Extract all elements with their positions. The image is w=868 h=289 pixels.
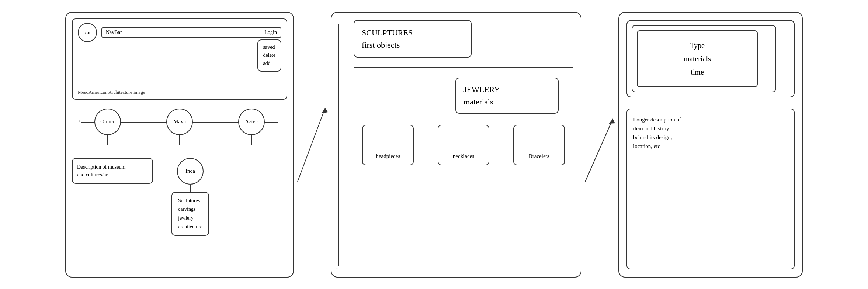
panel-3: Type materials time Longer description o… (618, 12, 803, 278)
navbar-area: icon NavBar Login saved delete add MesoA… (72, 18, 287, 100)
section-divider (354, 67, 573, 68)
sculptures-box: SCULPTURES first objects (354, 20, 472, 58)
subcategory-row: headpieces necklaces Bracelets (354, 125, 573, 165)
panel2-content: SCULPTURES first objects JEWLERY materia… (354, 20, 573, 269)
culture-maya: Maya (166, 109, 193, 145)
vertical-scroll-arrow (338, 24, 339, 266)
inca-group: Inca Sculptures carvings jewlery archite… (171, 158, 209, 236)
arrow-2-svg (581, 89, 618, 200)
panel-1: icon NavBar Login saved delete add MesoA… (65, 12, 294, 278)
culture-aztec: Aztec (238, 109, 265, 145)
svg-line-0 (298, 108, 325, 182)
panel-2: SCULPTURES first objects JEWLERY materia… (331, 12, 581, 278)
arrow-2-container (581, 12, 618, 278)
svg-marker-3 (609, 119, 615, 124)
bottom-row: Description of museum and cultures/art I… (72, 158, 287, 236)
saved-box: saved delete add (257, 39, 281, 72)
svg-line-2 (585, 119, 613, 182)
art-types-box: Sculptures carvings jewlery architecture (171, 192, 209, 236)
arrow-1-svg (294, 89, 331, 200)
app-icon: icon (78, 23, 97, 42)
subcat-bracelets[interactable]: Bracelets (513, 125, 565, 165)
navbar-bar[interactable]: NavBar Login (101, 27, 281, 38)
culture-olmec: Olmec (94, 109, 121, 145)
description-box: Description of museum and cultures/art (72, 158, 153, 184)
jewelry-box: JEWLERY materials (455, 78, 559, 114)
image-label: MesoAmerican Architecture image (78, 89, 145, 95)
subcat-headpieces[interactable]: headpieces (362, 125, 414, 165)
svg-marker-1 (322, 108, 328, 113)
culture-inca: Inca (177, 158, 204, 185)
detail-type-area: Type materials time (626, 20, 795, 97)
arrow-1-container (294, 12, 331, 278)
subcat-necklaces[interactable]: necklaces (438, 125, 489, 165)
inner-type-box: Type materials time (637, 30, 758, 87)
long-description-box: Longer description of item and history b… (626, 109, 795, 269)
